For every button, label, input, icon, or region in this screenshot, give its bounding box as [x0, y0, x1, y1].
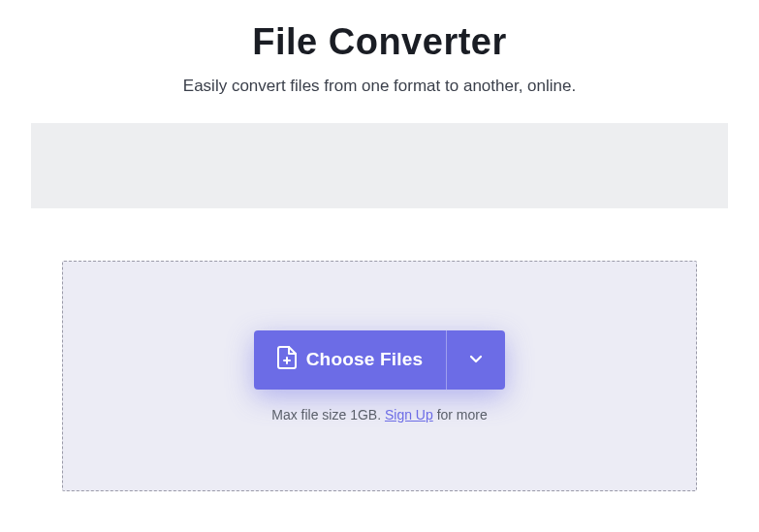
sign-up-link[interactable]: Sign Up: [385, 407, 433, 422]
chevron-down-icon: [468, 351, 484, 369]
ad-banner: [31, 123, 728, 208]
page-subtitle: Easily convert files from one format to …: [0, 77, 759, 96]
file-size-hint: Max file size 1GB. Sign Up for more: [271, 407, 488, 422]
page-header: File Converter Easily convert files from…: [0, 0, 759, 96]
hint-prefix: Max file size 1GB.: [271, 407, 385, 422]
file-dropzone[interactable]: Choose Files Max file size 1GB. Sign Up …: [62, 261, 697, 491]
upload-card: Choose Files Max file size 1GB. Sign Up …: [31, 232, 728, 522]
file-add-icon: [277, 346, 297, 374]
choose-files-dropdown-button[interactable]: [446, 330, 505, 390]
choose-files-label: Choose Files: [306, 349, 424, 370]
choose-files-button-group: Choose Files: [254, 330, 506, 390]
choose-files-button[interactable]: Choose Files: [254, 330, 447, 390]
hint-suffix: for more: [433, 407, 488, 422]
page-title: File Converter: [0, 21, 759, 63]
